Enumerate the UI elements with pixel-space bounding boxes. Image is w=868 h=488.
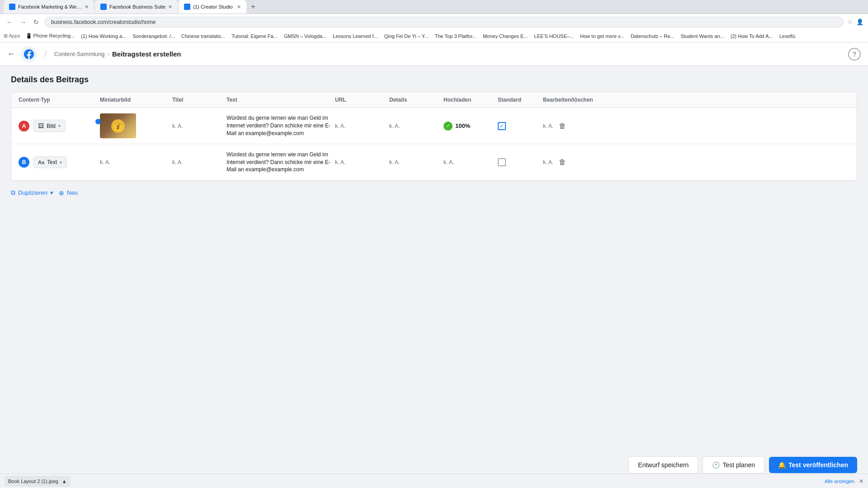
upload-check-icon: ✓ xyxy=(443,122,453,131)
bookmark-8[interactable]: Qing Fei De Yi – Y... xyxy=(382,33,431,40)
download-file-item: Book Layout 2 (1).jpeg ▲ xyxy=(5,476,71,487)
account-icon[interactable]: 👤 xyxy=(856,19,863,25)
tab2-favicon xyxy=(100,4,107,10)
row-a-url: k. A. xyxy=(335,123,389,129)
bookmark-13[interactable]: Datenschutz – Re... xyxy=(628,33,677,40)
tab-3[interactable]: (1) Creator Studio ✕ xyxy=(179,0,246,14)
download-filename: Book Layout 2 (1).jpeg xyxy=(8,479,58,484)
row-b-delete-button[interactable]: 🗑 xyxy=(559,158,566,166)
bookmark-14[interactable]: Student Wants an... xyxy=(678,33,727,40)
bookmark-16[interactable]: Leseflü xyxy=(777,33,798,40)
back-nav-button[interactable]: ← xyxy=(5,18,14,27)
tab2-label: Facebook Business Suite xyxy=(109,4,165,9)
breadcrumb-parent: Content-Sammlung xyxy=(54,51,105,57)
test-plan-button[interactable]: 🕐 Test planen xyxy=(703,456,764,474)
publish-button[interactable]: 🔔 Test veröffentlichen xyxy=(769,457,857,473)
logo-area xyxy=(21,46,37,62)
bookmark-4[interactable]: Chinese translatio... xyxy=(179,33,228,40)
help-button[interactable]: ? xyxy=(848,48,861,61)
bookmark-12[interactable]: How to get more v... xyxy=(577,33,627,40)
download-bar: Book Layout 2 (1).jpeg ▲ Alle anzeigen ✕ xyxy=(0,474,868,488)
standard-check-b[interactable] xyxy=(498,158,506,166)
tab1-close[interactable]: ✕ xyxy=(85,4,89,10)
reload-button[interactable]: ↻ xyxy=(32,18,41,27)
new-button[interactable]: ⊕ Neu xyxy=(59,189,78,197)
bookmark-3[interactable]: Sonderangebot: /... xyxy=(130,33,178,40)
tab-2[interactable]: Facebook Business Suite ✕ xyxy=(95,0,178,14)
row-a-title: k. A. xyxy=(172,123,226,129)
bookmark-2[interactable]: (1) How Working a... xyxy=(78,33,129,40)
publish-icon: 🔔 xyxy=(778,461,786,469)
duplicate-dropdown-arrow: ▾ xyxy=(50,189,53,196)
bookmark-15[interactable]: (2) How To Add A... xyxy=(728,33,776,40)
row-a-text: Würdest du gerne lernen wie man Geld im … xyxy=(226,114,335,137)
bookmark-11[interactable]: LEE'S HOUSE–... xyxy=(532,33,577,40)
row-a-type-select[interactable]: 🖼 Bild ▾ xyxy=(33,120,66,132)
row-a-type-label: Bild xyxy=(47,123,56,129)
text-type-icon: Aa xyxy=(38,160,44,165)
tab3-label: (1) Creator Studio xyxy=(193,4,234,9)
row-b-text: Würdest du gerne lernen wie man Geld im … xyxy=(226,151,335,174)
clock-icon: 🕐 xyxy=(712,461,720,469)
duplicate-icon: ⧉ xyxy=(11,189,15,197)
show-all-downloads[interactable]: Alle anzeigen xyxy=(825,479,854,484)
row-a-details: k. A. xyxy=(389,123,443,129)
fb-icon xyxy=(21,46,37,62)
bookmark-1[interactable]: 📱 Phone Recycling... xyxy=(23,32,78,40)
type-dropdown-arrow-b: ▾ xyxy=(60,160,62,165)
row-b-badge: B xyxy=(19,157,29,168)
bookmark-6[interactable]: GMSN – Vologda... xyxy=(281,33,329,40)
breadcrumb-current: Beitragstest erstellen xyxy=(112,50,181,58)
tab-1[interactable]: Facebook Marketing & Werb... ✕ xyxy=(4,0,94,14)
type-dropdown-arrow: ▾ xyxy=(58,123,61,128)
tab2-close[interactable]: ✕ xyxy=(168,4,172,10)
bookmark-7[interactable]: Lessons Learned f... xyxy=(330,33,381,40)
back-button[interactable]: ← xyxy=(7,49,15,59)
new-tab-button[interactable]: + xyxy=(247,0,259,14)
draft-button[interactable]: Entwurf speichern xyxy=(628,456,698,474)
image-type-icon: 🖼 xyxy=(38,122,44,129)
row-a-thumbnail: 💰 xyxy=(100,113,172,138)
row-a-standard[interactable]: ✓ xyxy=(498,122,543,130)
table-header: Content-Typ Miniaturbild Titel Text URL … xyxy=(11,92,857,108)
th-actions: Bearbeiten/löschen xyxy=(543,97,588,103)
logo-container xyxy=(21,46,37,62)
thumbnail-image: 💰 xyxy=(100,113,136,138)
row-b-title: k. A. xyxy=(172,159,226,165)
row-a-delete-button[interactable]: 🗑 xyxy=(559,122,566,130)
main-content: Details des Beitrags Content-Typ Miniatu… xyxy=(0,66,868,471)
address-field[interactable]: business.facebook.com/creatorstudio/home xyxy=(44,17,844,28)
bookmark-9[interactable]: The Top 3 Platfor... xyxy=(432,33,479,40)
download-expand-icon[interactable]: ▲ xyxy=(62,479,67,484)
th-text: Text xyxy=(226,97,335,103)
header-right: ? xyxy=(848,48,861,61)
th-title: Titel xyxy=(172,97,226,103)
forward-nav-button[interactable]: → xyxy=(18,18,28,27)
bookmark-star-icon[interactable]: ☆ xyxy=(847,19,853,25)
row-b-standard[interactable] xyxy=(498,158,543,166)
th-thumbnail: Miniaturbild xyxy=(100,97,172,103)
app-header: ← / Content-Sammlung › Beitragstest erst… xyxy=(0,42,868,66)
breadcrumb: Content-Sammlung › Beitragstest erstelle… xyxy=(54,50,181,58)
apps-bookmark[interactable]: ⊞ Apps xyxy=(4,33,20,39)
download-bar-close[interactable]: ✕ xyxy=(859,478,863,484)
section-title: Details des Beitrags xyxy=(11,75,857,84)
row-b-type-label: Text xyxy=(47,159,57,165)
tab3-close[interactable]: ✕ xyxy=(237,4,241,10)
bookmark-10[interactable]: Money Changes E... xyxy=(480,33,531,40)
post-details-table: Content-Typ Miniaturbild Titel Text URL … xyxy=(11,92,857,181)
bookmark-5[interactable]: Tutorial: Eigene Fa... xyxy=(229,33,280,40)
row-b-thumbnail: k. A. xyxy=(100,159,172,165)
row-b-type-select[interactable]: Aa Text ▾ xyxy=(33,156,67,168)
table-row: A 🖼 Bild ▾ 💰 k. A. Würdest du gerne lern… xyxy=(11,108,857,144)
standard-check-a[interactable]: ✓ xyxy=(498,122,506,130)
footer-buttons: Entwurf speichern 🕐 Test planen 🔔 Test v… xyxy=(628,456,857,474)
row-b-edit: k. A. xyxy=(543,159,553,165)
row-b-content-type-cell: B Aa Text ▾ xyxy=(19,156,100,168)
duplicate-button[interactable]: ⧉ Duplizieren ▾ xyxy=(11,189,53,197)
table-row: B Aa Text ▾ k. A. k. A. Würdest du gerne… xyxy=(11,144,857,180)
progress-dot xyxy=(95,119,101,124)
header-separator: / xyxy=(44,49,47,59)
bookmarks-bar: ⊞ Apps 📱 Phone Recycling... (1) How Work… xyxy=(0,30,868,42)
th-url: URL xyxy=(335,97,389,103)
